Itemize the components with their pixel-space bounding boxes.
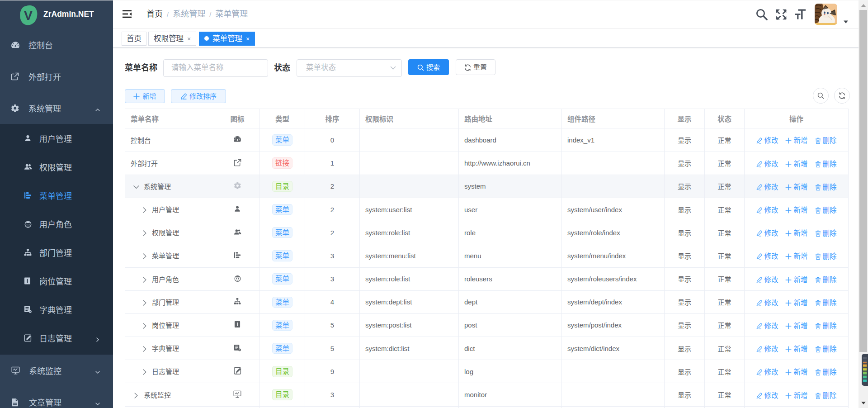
svg-text:V: V: [24, 8, 33, 23]
